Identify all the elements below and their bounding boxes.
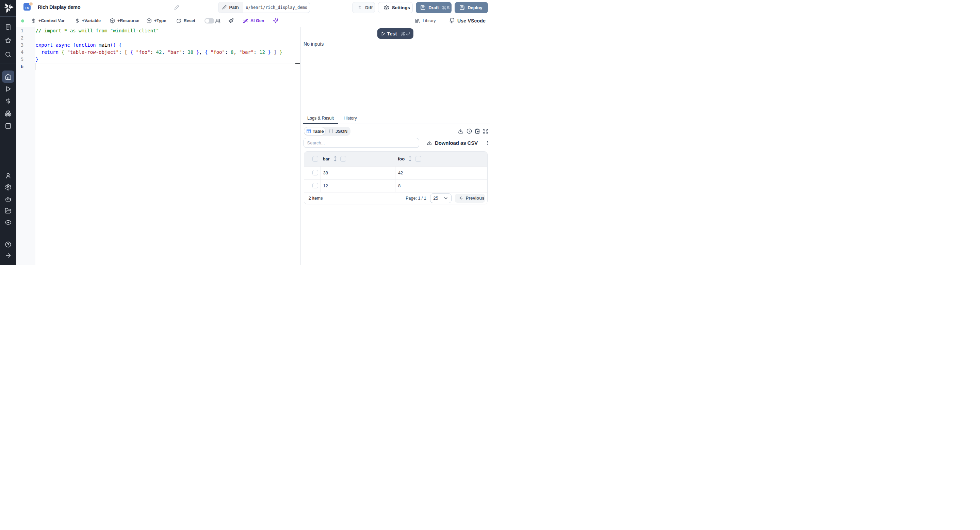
edit-path-button[interactable]: Path <box>218 2 243 13</box>
copy-result-button[interactable] <box>475 127 480 135</box>
windmill-logo[interactable] <box>2 2 14 14</box>
collaborators-button[interactable] <box>215 18 221 24</box>
column-header-bar[interactable]: bar <box>323 156 330 161</box>
code-line-5[interactable]: } <box>36 56 38 63</box>
code-line-3[interactable]: export async function main() { <box>36 42 122 49</box>
diff-button[interactable]: Diff <box>352 2 375 13</box>
path-value[interactable]: u/henri/rich_display_demo <box>243 2 307 13</box>
chevron-down-icon <box>443 196 449 201</box>
sidebar-item-runs[interactable] <box>2 83 14 95</box>
edit-title-button[interactable] <box>174 0 179 14</box>
use-vscode-button[interactable]: Use VScode <box>450 18 485 24</box>
sidebar-item-home[interactable] <box>2 70 14 83</box>
sidebar-item-resources[interactable] <box>2 107 14 120</box>
add-context-var-button[interactable]: +Context Var <box>31 18 65 23</box>
reset-button[interactable]: Reset <box>176 18 195 24</box>
table-footer: 2 items Page: 1 / 1 25 Previous <box>304 192 487 204</box>
current-line-highlight <box>35 63 299 70</box>
sidebar-item-user[interactable] <box>2 170 14 182</box>
sort-bar-icon[interactable] <box>332 156 338 162</box>
download-csv-button[interactable]: Download as CSV <box>427 138 478 148</box>
draft-button[interactable]: Draft S <box>416 2 452 13</box>
select-all-checkbox[interactable] <box>312 156 318 162</box>
add-variable-button[interactable]: +Variable <box>75 18 101 23</box>
sidebar-item-schedules[interactable] <box>2 120 14 132</box>
download-icon <box>458 128 463 134</box>
select-column-bar-checkbox[interactable] <box>340 156 347 162</box>
line-number: 6 <box>16 63 24 70</box>
code-line-1[interactable]: // import * as wmill from "windmill-clie… <box>36 27 159 34</box>
expand-icon <box>483 128 488 134</box>
sidebar-item-workspace[interactable] <box>2 21 14 34</box>
clipboard-copy-icon <box>475 128 480 134</box>
package-icon <box>146 18 152 24</box>
tab-logs-result[interactable]: Logs & Result <box>303 113 338 124</box>
save-icon <box>460 5 465 10</box>
command-icon <box>442 5 447 10</box>
sidebar-item-collapse[interactable] <box>2 249 14 262</box>
expand-result-button[interactable] <box>483 127 488 135</box>
page-size-select[interactable]: 25 <box>430 193 452 203</box>
ai-gen-button[interactable]: AI Gen <box>243 18 264 24</box>
gear-icon <box>384 5 389 11</box>
add-resource-button[interactable]: +Resource <box>110 18 139 24</box>
star-icon <box>5 37 11 44</box>
result-info-button[interactable] <box>466 127 472 135</box>
previous-page-button[interactable]: Previous <box>455 194 485 203</box>
dollar-icon <box>5 98 11 105</box>
tab-history[interactable]: History <box>339 113 361 124</box>
select-column-foo-checkbox[interactable] <box>415 156 421 162</box>
status-dot <box>21 19 24 22</box>
sidebar-divider-top <box>0 16 16 17</box>
view-toggle: Table JSON <box>304 127 350 136</box>
row-checkbox[interactable] <box>312 170 318 176</box>
page-indicator: Page: 1 / 1 <box>406 196 426 201</box>
diff-mode-toggle[interactable] <box>205 18 215 24</box>
line-number: 4 <box>16 49 24 56</box>
sidebar-item-audit[interactable] <box>2 216 14 228</box>
line-number: 5 <box>16 56 24 63</box>
cell-bar: 38 <box>323 170 328 176</box>
sidebar-item-settings[interactable] <box>2 181 14 193</box>
table-menu-button[interactable] <box>485 138 490 148</box>
cell-foo: 42 <box>398 170 403 176</box>
home-icon <box>5 73 11 80</box>
test-button[interactable]: Test <box>377 28 414 39</box>
line-number: 3 <box>16 42 24 49</box>
path-group: Path u/henri/rich_display_demo <box>218 2 310 13</box>
settings-button[interactable]: Settings <box>378 2 413 13</box>
code-editor[interactable]: 123456 // import * as wmill from "windmi… <box>16 27 301 265</box>
sidebar-item-variables[interactable] <box>2 95 14 107</box>
pencil-icon <box>174 5 179 10</box>
add-type-button[interactable]: +Type <box>146 18 166 24</box>
draft-shortcut: S <box>442 5 450 10</box>
sparkles-button[interactable] <box>273 18 278 24</box>
building-icon <box>5 24 11 31</box>
view-toggle-json[interactable]: JSON <box>329 129 347 134</box>
table-row: 128 <box>304 179 487 192</box>
format-button[interactable] <box>228 18 234 24</box>
table-row: 3842 <box>304 166 487 179</box>
sort-foo-icon[interactable] <box>407 156 413 162</box>
table-header-row: bar foo <box>304 152 487 166</box>
sidebar-item-favorites[interactable] <box>2 34 14 47</box>
sidebar-item-search[interactable] <box>2 48 14 61</box>
braces-icon <box>329 129 334 134</box>
inputs-section: Test No inputs <box>301 27 490 113</box>
package-icon <box>110 18 115 24</box>
deploy-button[interactable]: Deploy <box>455 2 488 13</box>
sidebar-item-workers[interactable] <box>2 193 14 205</box>
search-input[interactable]: Search... <box>304 138 419 148</box>
editor-toolbar: +Context Var +Variable +Resource +Type R… <box>16 14 490 27</box>
main-area: TS Rich Display demo Path u/henri/rich_ <box>16 0 490 265</box>
sidebar-item-folders[interactable] <box>2 205 14 217</box>
no-inputs-label: No inputs <box>304 41 324 47</box>
row-checkbox[interactable] <box>312 183 318 189</box>
code-line-4[interactable]: return { "table-row-object": [ { "foo": … <box>36 49 282 56</box>
view-toggle-table[interactable]: Table <box>304 128 325 135</box>
download-result-button[interactable] <box>458 127 463 135</box>
line-number: 2 <box>16 34 24 42</box>
sidebar-item-help[interactable] <box>2 238 14 251</box>
library-button[interactable]: Library <box>415 18 436 24</box>
column-header-foo[interactable]: foo <box>398 156 404 161</box>
